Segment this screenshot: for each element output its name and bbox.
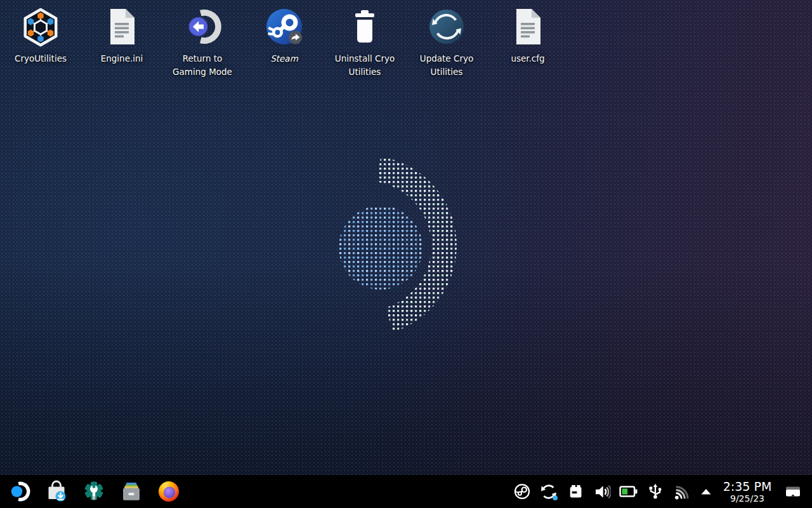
icon-label: CryoUtilities xyxy=(15,52,67,65)
volume-speaker-icon xyxy=(594,483,611,500)
desktop-icon-user-cfg[interactable]: user.cfg xyxy=(487,6,568,65)
update-notification-dot xyxy=(553,495,558,500)
discover-button[interactable] xyxy=(43,478,70,505)
steamdeck-logo-icon xyxy=(6,479,32,504)
system-settings-button[interactable] xyxy=(81,478,107,505)
icon-label: Update Cryo Utilities xyxy=(420,52,473,79)
icon-label: Engine.ini xyxy=(101,52,143,65)
clock-date: 9/25/23 xyxy=(730,493,764,504)
return-to-gaming-mode-icon xyxy=(182,6,223,47)
desktop-icon-cryoutilities[interactable]: CryoUtilities xyxy=(0,6,81,65)
tray-device-notifier-button[interactable] xyxy=(562,477,589,506)
show-desktop-icon xyxy=(785,485,801,498)
discover-bag-icon xyxy=(44,479,69,504)
icon-label: Uninstall Cryo Utilities xyxy=(335,52,395,79)
text-file-icon xyxy=(102,6,142,47)
clock-widget[interactable]: 2:35 PM 9/25/23 xyxy=(717,477,778,506)
steamdeck-halftone-logo xyxy=(330,149,485,343)
battery-icon xyxy=(619,483,638,500)
device-notifier-icon xyxy=(567,483,584,500)
text-file-icon xyxy=(508,6,548,47)
update-refresh-icon xyxy=(426,6,467,47)
tray-network-button[interactable] xyxy=(669,477,695,506)
usb-icon xyxy=(647,483,664,500)
taskbar-pinned-apps xyxy=(0,478,182,505)
battery-charge-level xyxy=(622,488,628,494)
firefox-button[interactable] xyxy=(155,478,182,505)
tray-usb-button[interactable] xyxy=(642,477,669,506)
desktop-icon-steam[interactable]: Steam xyxy=(244,6,325,65)
icon-label: Return to Gaming Mode xyxy=(173,52,232,79)
steam-icon xyxy=(264,6,304,47)
desktop-wallpaper: CryoUtilities Engine.ini xyxy=(0,0,812,475)
chevron-up-icon xyxy=(700,486,712,497)
application-launcher-button[interactable] xyxy=(6,478,32,505)
desktop-icon-return-to-gaming-mode[interactable]: Return to Gaming Mode xyxy=(162,6,243,79)
icon-label: user.cfg xyxy=(511,52,544,65)
cryoutilities-icon xyxy=(20,6,61,47)
gear-wrench-icon xyxy=(81,479,107,504)
desktop-icon-uninstall-cryo-utilities[interactable]: Uninstall Cryo Utilities xyxy=(324,6,405,79)
system-tray: 2:35 PM 9/25/23 xyxy=(509,477,812,506)
desktop-icon-update-cryo-utilities[interactable]: Update Cryo Utilities xyxy=(406,6,487,79)
trash-icon xyxy=(344,6,385,47)
tray-steam-button[interactable] xyxy=(509,477,535,506)
network-signal-icon xyxy=(674,483,691,500)
updates-refresh-icon xyxy=(540,483,558,500)
icon-label: Steam xyxy=(270,52,298,65)
firefox-icon xyxy=(156,479,181,504)
file-manager-button[interactable] xyxy=(118,478,145,505)
desktop-icon-engine-ini[interactable]: Engine.ini xyxy=(81,6,162,65)
clock-time: 2:35 PM xyxy=(723,480,772,493)
steam-tray-icon xyxy=(514,483,530,500)
tray-battery-button[interactable] xyxy=(615,477,642,506)
tray-volume-button[interactable] xyxy=(589,477,615,506)
show-desktop-button[interactable] xyxy=(778,477,808,506)
taskbar: 2:35 PM 9/25/23 xyxy=(0,475,812,508)
file-drawer-icon xyxy=(119,479,144,504)
tray-expand-button[interactable] xyxy=(695,477,717,506)
tray-updates-button[interactable] xyxy=(535,477,562,506)
